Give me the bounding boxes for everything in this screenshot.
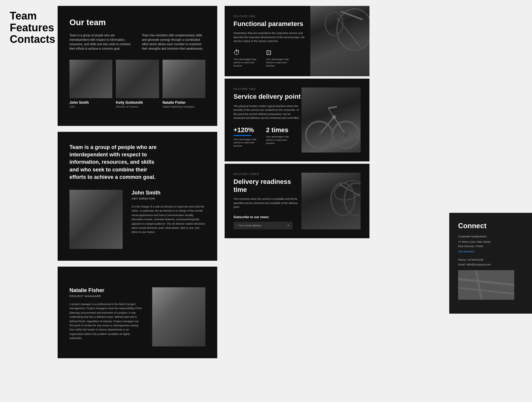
main-left-content: Our team Team is a group of people who a… xyxy=(58,6,217,358)
john-role: ART DIRECTOR xyxy=(132,197,205,200)
feature-1-text: FEATURE ONE Functional parameters Parame… xyxy=(233,15,361,67)
profile-card-john: John Smith ART DIRECTOR It is the charge… xyxy=(69,190,205,249)
john-info: John Smith ART DIRECTOR It is the charge… xyxy=(132,190,205,234)
team-intro-left: Team is a group of people who are interd… xyxy=(69,34,131,50)
team-intro-right: Team has members with complementary skil… xyxy=(142,34,203,50)
svg-point-12 xyxy=(343,132,348,137)
stat-1-desc: Your advantages help clients to make the… xyxy=(233,138,257,148)
timer-icon: ⏱ xyxy=(233,49,257,56)
natalie-section: Natalie Fisher PROJECT MANAGER A project… xyxy=(58,267,217,358)
natalie-photo xyxy=(152,287,205,346)
team-section: Our team Team is a group of people who a… xyxy=(58,6,217,126)
feature-1-section: FEATURE ONE Functional parameters Parame… xyxy=(225,6,369,76)
feature-2-image xyxy=(301,87,361,153)
feature-2-desc: The physical location and/or logical int… xyxy=(233,104,301,120)
monitor-desc: Your advantages help clients to make the… xyxy=(266,58,290,68)
feature-3-label: FEATURE THREE xyxy=(233,173,301,176)
feature-icon-monitor: ⊡ Your advantages help clients to make t… xyxy=(266,49,290,68)
feature-1-desc: Parameters that are essential to the res… xyxy=(233,31,310,43)
stat-2-number: 2 times xyxy=(266,126,290,134)
member-2-title: Director of Finance xyxy=(116,105,159,108)
get-directions-link[interactable]: Get directions xyxy=(458,250,529,253)
feature-3-desc: The moments when the service is availabl… xyxy=(233,197,301,209)
john-desc: It is the charge of a sole art director … xyxy=(132,205,205,234)
profile-card-natalie: Natalie Fisher PROJECT MANAGER A project… xyxy=(69,287,205,346)
svg-line-10 xyxy=(328,107,337,108)
feature-2-title: Service delivery point xyxy=(233,93,301,100)
team-member-2: Kelly Goldsmith Director of Finance xyxy=(116,60,159,108)
feature-3-image xyxy=(301,173,361,229)
team-description-section: Team is a group of people who are interd… xyxy=(58,132,217,261)
team-quote: Team is a group of people who are interd… xyxy=(69,144,164,181)
feature-2-stats: +120% Your advantages help clients to ma… xyxy=(233,126,301,148)
connect-contact-section: Connect Corporate headquarters: 27 Merry… xyxy=(449,213,532,314)
connect-left: Connect Corporate headquarters: 27 Merry… xyxy=(458,222,529,305)
feature-2-section: FEATURE TWO Service delivery point The p… xyxy=(225,79,369,161)
feature-2-text: FEATURE TWO Service delivery point The p… xyxy=(233,87,301,153)
subscribe-section: Subscribe to our news: * Your email addr… xyxy=(233,215,301,229)
stat-2-desc: Your advantages help clients to make the… xyxy=(266,135,290,145)
map-placeholder xyxy=(458,270,514,300)
john-name: John Smith xyxy=(132,190,205,196)
timer-desc: Your advantages help clients to make the… xyxy=(233,58,257,68)
member-3-name: Natalie Fisher xyxy=(163,100,205,105)
subscribe-label: Subscribe to our news: xyxy=(233,215,301,219)
member-2-name: Kelly Goldsmith xyxy=(116,100,159,105)
team-photos: John Smith CEO Kelly Goldsmith Director … xyxy=(69,60,205,108)
team-member-1: John Smith CEO xyxy=(69,60,112,108)
monitor-icon: ⊡ xyxy=(266,49,290,56)
feature-3-title: Delivery readiness time xyxy=(233,178,301,194)
team-heading: Our team xyxy=(69,18,205,27)
connect-address-label: Corporate headquarters: xyxy=(458,234,529,239)
connect-phone: Phone: 19739476185 Email: hello@company.… xyxy=(458,257,529,267)
feature-2-label: FEATURE TWO xyxy=(233,87,301,90)
site-navigation: TeamFeaturesContacts xyxy=(10,10,55,45)
natalie-name: Natalie Fisher xyxy=(69,287,143,294)
bike-illustration-3 xyxy=(301,173,361,226)
svg-point-9 xyxy=(332,115,336,119)
member-1-name: John Smith xyxy=(69,100,112,105)
bike-illustration-2 xyxy=(301,87,361,153)
dropdown-arrow-icon: ▾ xyxy=(288,224,289,227)
email-placeholder-text: * Your email address xyxy=(237,224,262,227)
team-member-3: Natalie Fisher Digital Marketing Strateg… xyxy=(163,60,205,108)
stat-1-number: +120% xyxy=(233,126,257,134)
right-features-content: FEATURE ONE Functional parameters Parame… xyxy=(225,6,369,241)
nav-title: TeamFeaturesContacts xyxy=(10,10,55,45)
svg-point-11 xyxy=(317,132,322,137)
email-dropdown[interactable]: * Your email address ▾ xyxy=(233,222,293,229)
stat-1-bar xyxy=(233,135,251,136)
john-photo xyxy=(69,190,123,249)
member-3-title: Digital Marketing Strategist xyxy=(163,105,205,108)
feature-1-title: Functional parameters xyxy=(233,20,316,28)
feature-3-section: FEATURE THREE Delivery readiness time Th… xyxy=(225,164,369,238)
feature-icon-timer: ⏱ Your advantages help clients to make t… xyxy=(233,49,257,68)
natalie-info: Natalie Fisher PROJECT MANAGER A project… xyxy=(69,287,143,346)
connect-address: 27 Merry Lane, New JerseyEast Hanover, 0… xyxy=(458,240,529,248)
svg-point-16 xyxy=(344,183,361,215)
stat-2: 2 times Your advantages help clients to … xyxy=(266,126,290,148)
stat-1: +120% Your advantages help clients to ma… xyxy=(233,126,257,148)
map-image xyxy=(458,270,514,300)
feature-3-text: FEATURE THREE Delivery readiness time Th… xyxy=(233,173,301,229)
natalie-role: PROJECT MANAGER xyxy=(69,295,143,298)
member-1-title: CEO xyxy=(69,105,112,108)
natalie-desc: A project manager is a professional in t… xyxy=(69,302,143,341)
connect-title: Connect xyxy=(458,222,529,230)
feature-1-icons: ⏱ Your advantages help clients to make t… xyxy=(233,49,361,68)
feature-1-label: FEATURE ONE xyxy=(233,15,361,18)
